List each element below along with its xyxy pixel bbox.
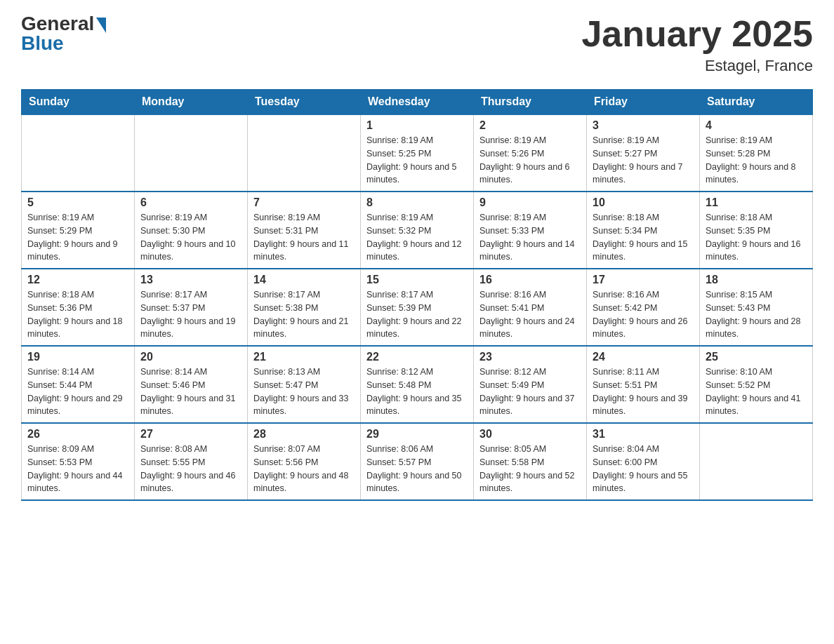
calendar-day-25: 25Sunrise: 8:10 AMSunset: 5:52 PMDayligh… [700,346,813,423]
calendar-header-monday: Monday [135,90,248,115]
day-info-10: Sunrise: 8:18 AMSunset: 5:34 PMDaylight:… [593,211,694,264]
day-number-31: 31 [593,428,694,441]
calendar-day-11: 11Sunrise: 8:18 AMSunset: 5:35 PMDayligh… [700,192,813,269]
day-info-22: Sunrise: 8:12 AMSunset: 5:48 PMDaylight:… [366,365,468,418]
logo-general-text: General [21,14,106,34]
calendar-day-10: 10Sunrise: 8:18 AMSunset: 5:34 PMDayligh… [587,192,700,269]
day-info-5: Sunrise: 8:19 AMSunset: 5:29 PMDaylight:… [27,211,128,264]
day-info-24: Sunrise: 8:11 AMSunset: 5:51 PMDaylight:… [593,365,694,418]
logo: General Blue [21,14,106,53]
calendar-header-row: SundayMondayTuesdayWednesdayThursdayFrid… [22,90,813,115]
calendar-day-5: 5Sunrise: 8:19 AMSunset: 5:29 PMDaylight… [22,192,135,269]
calendar-day-31: 31Sunrise: 8:04 AMSunset: 6:00 PMDayligh… [587,423,700,500]
day-info-27: Sunrise: 8:08 AMSunset: 5:55 PMDaylight:… [140,443,241,495]
calendar-header-saturday: Saturday [700,90,813,115]
day-number-20: 20 [140,351,241,363]
day-number-6: 6 [140,196,241,209]
title-block: January 2025 Estagel, France [581,14,813,75]
day-info-9: Sunrise: 8:19 AMSunset: 5:33 PMDaylight:… [479,211,581,264]
day-info-21: Sunrise: 8:13 AMSunset: 5:47 PMDaylight:… [253,365,355,418]
day-info-15: Sunrise: 8:17 AMSunset: 5:39 PMDaylight:… [366,288,468,341]
day-number-27: 27 [140,428,241,441]
day-number-1: 1 [366,119,468,132]
calendar-day-12: 12Sunrise: 8:18 AMSunset: 5:36 PMDayligh… [22,269,135,346]
day-info-19: Sunrise: 8:14 AMSunset: 5:44 PMDaylight:… [27,365,128,418]
day-info-20: Sunrise: 8:14 AMSunset: 5:46 PMDaylight:… [140,365,241,418]
day-number-18: 18 [706,274,807,286]
day-number-23: 23 [479,351,581,363]
day-number-3: 3 [593,119,694,132]
calendar-day-27: 27Sunrise: 8:08 AMSunset: 5:55 PMDayligh… [135,423,248,500]
calendar-day-9: 9Sunrise: 8:19 AMSunset: 5:33 PMDaylight… [474,192,587,269]
calendar-day-6: 6Sunrise: 8:19 AMSunset: 5:30 PMDaylight… [135,192,248,269]
day-number-10: 10 [593,196,694,209]
day-info-4: Sunrise: 8:19 AMSunset: 5:28 PMDaylight:… [706,134,807,187]
calendar-header-thursday: Thursday [474,90,587,115]
day-number-2: 2 [479,119,581,132]
calendar-day-17: 17Sunrise: 8:16 AMSunset: 5:42 PMDayligh… [587,269,700,346]
calendar-week-row-3: 12Sunrise: 8:18 AMSunset: 5:36 PMDayligh… [22,269,813,346]
day-number-22: 22 [366,351,468,363]
calendar-week-row-5: 26Sunrise: 8:09 AMSunset: 5:53 PMDayligh… [22,423,813,500]
calendar-day-15: 15Sunrise: 8:17 AMSunset: 5:39 PMDayligh… [361,269,474,346]
day-number-15: 15 [366,274,468,286]
day-info-14: Sunrise: 8:17 AMSunset: 5:38 PMDaylight:… [253,288,355,341]
calendar-day-2: 2Sunrise: 8:19 AMSunset: 5:26 PMDaylight… [474,114,587,192]
calendar-empty-cell [248,114,361,192]
day-info-26: Sunrise: 8:09 AMSunset: 5:53 PMDaylight:… [27,443,128,495]
calendar-empty-cell [22,114,135,192]
day-info-23: Sunrise: 8:12 AMSunset: 5:49 PMDaylight:… [479,365,581,418]
day-info-2: Sunrise: 8:19 AMSunset: 5:26 PMDaylight:… [479,134,581,187]
day-info-16: Sunrise: 8:16 AMSunset: 5:41 PMDaylight:… [479,288,581,341]
day-info-8: Sunrise: 8:19 AMSunset: 5:32 PMDaylight:… [366,211,468,264]
day-number-19: 19 [27,351,128,363]
calendar-day-26: 26Sunrise: 8:09 AMSunset: 5:53 PMDayligh… [22,423,135,500]
day-info-25: Sunrise: 8:10 AMSunset: 5:52 PMDaylight:… [706,365,807,418]
calendar-day-13: 13Sunrise: 8:17 AMSunset: 5:37 PMDayligh… [135,269,248,346]
day-info-30: Sunrise: 8:05 AMSunset: 5:58 PMDaylight:… [479,443,581,495]
calendar-day-20: 20Sunrise: 8:14 AMSunset: 5:46 PMDayligh… [135,346,248,423]
logo-blue-text: Blue [21,34,64,53]
calendar-day-14: 14Sunrise: 8:17 AMSunset: 5:38 PMDayligh… [248,269,361,346]
calendar-day-24: 24Sunrise: 8:11 AMSunset: 5:51 PMDayligh… [587,346,700,423]
day-number-12: 12 [27,274,128,286]
day-info-1: Sunrise: 8:19 AMSunset: 5:25 PMDaylight:… [366,134,468,187]
day-number-30: 30 [479,428,581,441]
day-number-24: 24 [593,351,694,363]
day-number-21: 21 [253,351,355,363]
calendar-day-3: 3Sunrise: 8:19 AMSunset: 5:27 PMDaylight… [587,114,700,192]
day-info-13: Sunrise: 8:17 AMSunset: 5:37 PMDaylight:… [140,288,241,341]
day-number-17: 17 [593,274,694,286]
calendar-day-8: 8Sunrise: 8:19 AMSunset: 5:32 PMDaylight… [361,192,474,269]
calendar-week-row-2: 5Sunrise: 8:19 AMSunset: 5:29 PMDaylight… [22,192,813,269]
calendar-header-wednesday: Wednesday [361,90,474,115]
day-info-3: Sunrise: 8:19 AMSunset: 5:27 PMDaylight:… [593,134,694,187]
day-number-4: 4 [706,119,807,132]
month-title: January 2025 [581,14,813,54]
calendar-day-28: 28Sunrise: 8:07 AMSunset: 5:56 PMDayligh… [248,423,361,500]
day-info-18: Sunrise: 8:15 AMSunset: 5:43 PMDaylight:… [706,288,807,341]
day-number-5: 5 [27,196,128,209]
calendar-day-7: 7Sunrise: 8:19 AMSunset: 5:31 PMDaylight… [248,192,361,269]
calendar-day-29: 29Sunrise: 8:06 AMSunset: 5:57 PMDayligh… [361,423,474,500]
day-info-7: Sunrise: 8:19 AMSunset: 5:31 PMDaylight:… [253,211,355,264]
day-number-11: 11 [706,196,807,209]
calendar-week-row-4: 19Sunrise: 8:14 AMSunset: 5:44 PMDayligh… [22,346,813,423]
day-number-26: 26 [27,428,128,441]
day-number-25: 25 [706,351,807,363]
day-number-7: 7 [253,196,355,209]
calendar-day-21: 21Sunrise: 8:13 AMSunset: 5:47 PMDayligh… [248,346,361,423]
day-info-28: Sunrise: 8:07 AMSunset: 5:56 PMDaylight:… [253,443,355,495]
calendar-day-19: 19Sunrise: 8:14 AMSunset: 5:44 PMDayligh… [22,346,135,423]
day-info-17: Sunrise: 8:16 AMSunset: 5:42 PMDaylight:… [593,288,694,341]
calendar-day-1: 1Sunrise: 8:19 AMSunset: 5:25 PMDaylight… [361,114,474,192]
day-info-12: Sunrise: 8:18 AMSunset: 5:36 PMDaylight:… [27,288,128,341]
calendar-day-4: 4Sunrise: 8:19 AMSunset: 5:28 PMDaylight… [700,114,813,192]
calendar-table: SundayMondayTuesdayWednesdayThursdayFrid… [21,89,813,501]
day-number-14: 14 [253,274,355,286]
day-number-8: 8 [366,196,468,209]
calendar-day-30: 30Sunrise: 8:05 AMSunset: 5:58 PMDayligh… [474,423,587,500]
day-info-29: Sunrise: 8:06 AMSunset: 5:57 PMDaylight:… [366,443,468,495]
day-number-13: 13 [140,274,241,286]
calendar-day-23: 23Sunrise: 8:12 AMSunset: 5:49 PMDayligh… [474,346,587,423]
